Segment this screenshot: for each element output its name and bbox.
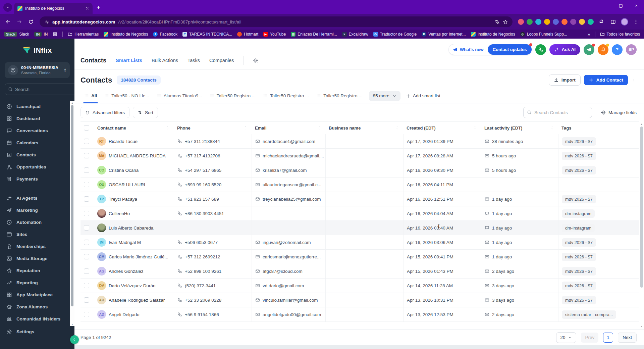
extension-icon[interactable] xyxy=(544,19,550,25)
sort-chevrons-icon[interactable] xyxy=(551,126,553,130)
sidebar-item-media-storage[interactable]: Media Storage xyxy=(0,252,74,264)
row-checkbox[interactable] xyxy=(84,182,89,187)
contact-name[interactable]: Cristina Ocana xyxy=(109,168,139,173)
sidebar-scrollbar[interactable]: ▲▼ xyxy=(70,101,74,326)
bookmarks-overflow-chevrons[interactable]: » xyxy=(588,32,590,37)
bookmark-item[interactable]: Herramientas xyxy=(68,32,99,37)
column-header[interactable]: Created (EDT) xyxy=(403,122,481,134)
extension-icon[interactable] xyxy=(588,19,594,25)
announcements-button[interactable] xyxy=(584,44,594,55)
contact-name[interactable]: MICHAEL ANDRES RUEDA xyxy=(109,153,166,158)
sort-chevrons-icon[interactable] xyxy=(474,126,476,130)
search-contacts-input[interactable] xyxy=(534,110,588,115)
bookmark-item[interactable]: ININ xyxy=(34,32,48,37)
column-header[interactable]: Contact name xyxy=(94,122,174,134)
forward-button[interactable] xyxy=(14,16,25,27)
table-row[interactable]: ARAnabelle Rodriguez Salazar +52 33 2069… xyxy=(80,293,639,307)
tag-badge[interactable]: mdv 2026 - $7 xyxy=(562,137,596,146)
sidebar-item-launchpad[interactable]: Launchpad xyxy=(0,100,74,112)
column-header[interactable]: Phone xyxy=(174,122,252,134)
column-header[interactable]: Email xyxy=(252,122,325,134)
tag-badge[interactable]: dm-instagram xyxy=(562,224,595,232)
column-header[interactable]: Last activity (EDT) xyxy=(481,122,558,134)
contact-name[interactable]: ColleenHo xyxy=(109,211,130,216)
table-row[interactable]: RTRicardo Tacue +57 311 2138844 ricardot… xyxy=(80,134,639,149)
table-row[interactable]: ADAngeli Delgado +56 9 9154 1866 angelid… xyxy=(80,307,639,322)
contact-name[interactable]: Luis Alberto Cabareda xyxy=(109,226,154,231)
bookmark-item[interactable]: ▦Enlaces De Herrami... xyxy=(291,32,337,37)
prev-page-button[interactable]: Prev xyxy=(581,333,598,343)
sort-chevrons-icon[interactable] xyxy=(318,126,321,130)
side-panel-icon[interactable] xyxy=(608,16,619,27)
tag-badge[interactable]: mdv 2026 - $7 xyxy=(562,267,596,276)
bookmark-item[interactable]: PVentas por Internet... xyxy=(422,32,466,37)
row-checkbox[interactable] xyxy=(84,283,89,288)
row-checkbox[interactable] xyxy=(84,240,89,245)
contact-name[interactable]: Anabelle Rodriguez Salazar xyxy=(109,298,165,303)
sidebar-item-contacts[interactable]: Contacts xyxy=(0,149,74,161)
table-row[interactable]: TPTreyci Pacaya +51 923 157 689 treycian… xyxy=(80,192,639,206)
browser-profile-avatar[interactable] xyxy=(619,16,630,27)
add-smart-list-button[interactable]: Add smart list xyxy=(406,93,440,98)
sidebar-item-payments[interactable]: Payments xyxy=(0,173,74,185)
row-checkbox[interactable] xyxy=(84,139,89,144)
topnav-item-companies[interactable]: Companies xyxy=(209,58,234,63)
back-button[interactable] xyxy=(3,16,13,27)
contact-updates-button[interactable]: Contact updates xyxy=(488,44,532,55)
contact-name[interactable]: Ivan Madrigal M xyxy=(109,240,141,245)
tab-search-button[interactable] xyxy=(3,3,12,12)
bookmark-item[interactable] xyxy=(53,32,57,37)
topnav-item-smart-lists[interactable]: Smart Lists xyxy=(116,58,142,63)
search-contacts-field[interactable] xyxy=(523,107,592,118)
scrollbar-thumb[interactable] xyxy=(640,127,643,288)
tag-badge[interactable]: mdv 2026 - $7 xyxy=(562,253,596,261)
bookmark-item[interactable]: fFacebook xyxy=(153,32,177,37)
column-header[interactable]: Business name xyxy=(325,122,403,134)
extension-icon[interactable] xyxy=(535,19,541,25)
extension-icon[interactable] xyxy=(570,19,576,25)
more-options-icon[interactable] xyxy=(631,78,637,83)
phone-button[interactable] xyxy=(535,44,546,55)
location-switcher[interactable]: 00-IN-MEMBRESIA Sarasota, Florida ▲▼ xyxy=(5,62,70,78)
table-row[interactable]: COCristina Ocana +54 297 517 6865 krisel… xyxy=(80,163,639,178)
sidebar-item-conversations[interactable]: Conversations xyxy=(0,124,74,137)
window-maximize-button[interactable]: ▢ xyxy=(613,0,629,11)
window-close-button[interactable]: × xyxy=(629,0,644,11)
tab-close-icon[interactable] xyxy=(85,6,89,10)
contact-name[interactable]: Andrés González xyxy=(109,269,144,274)
sidebar-item-opportunities[interactable]: Opportunities xyxy=(0,161,74,173)
column-header[interactable]: Tags xyxy=(558,122,639,134)
table-row[interactable]: MAMICHAEL ANDRES RUEDA +57 317 4132706 m… xyxy=(80,149,639,163)
bookmark-star-icon[interactable] xyxy=(503,19,508,24)
more-lists-dropdown[interactable]: 85 more xyxy=(369,91,401,101)
sort-chevrons-icon[interactable] xyxy=(244,126,247,130)
extension-icon[interactable] xyxy=(527,19,533,25)
sidebar-item-dashboard[interactable]: Dashboard xyxy=(0,112,74,124)
contact-name[interactable]: OSCAR ULLAURI xyxy=(109,182,145,187)
whats-new-pill[interactable]: What's new Contact updates xyxy=(448,44,532,55)
advanced-filters-button[interactable]: Advanced filters xyxy=(80,107,129,118)
row-checkbox[interactable] xyxy=(84,312,89,317)
tag-badge[interactable]: mdv 2026 - $7 xyxy=(562,166,596,174)
contact-name[interactable]: Treyci Pacaya xyxy=(109,197,137,202)
row-checkbox[interactable] xyxy=(84,254,89,259)
tag-badge[interactable]: dm-instagram xyxy=(562,209,595,218)
new-tab-button[interactable]: + xyxy=(97,4,100,11)
contact-name[interactable]: Ricardo Tacue xyxy=(109,139,138,144)
add-contact-button[interactable]: Add Contact xyxy=(584,75,628,85)
current-page-button[interactable]: 1 xyxy=(603,333,613,343)
bookmark-item[interactable]: GTraductor de Google xyxy=(373,32,417,37)
contact-name[interactable]: Darío Velázquez Durán xyxy=(109,283,156,288)
extension-icon[interactable] xyxy=(518,19,524,25)
bookmark-item[interactable]: Instituto de Negocios xyxy=(471,32,515,37)
extension-icon[interactable] xyxy=(561,19,568,25)
bookmark-item[interactable]: ×Excalidraw xyxy=(342,32,368,37)
row-checkbox[interactable] xyxy=(84,225,89,231)
table-row[interactable]: Luis Alberto Cabareda Apr 16, 2026 03:40… xyxy=(80,221,639,235)
table-row[interactable]: OUOSCAR ULLAURI +593 99 160 5520 ullauri… xyxy=(80,178,639,192)
import-button[interactable]: Import xyxy=(549,74,581,86)
all-favorites[interactable]: Todos los favoritos xyxy=(600,32,640,37)
table-row[interactable]: CMCarlos Mario Jiménez Gutié... +57 312 … xyxy=(80,250,639,264)
site-info-icon[interactable] xyxy=(44,19,49,24)
sort-chevrons-icon[interactable] xyxy=(396,126,398,130)
